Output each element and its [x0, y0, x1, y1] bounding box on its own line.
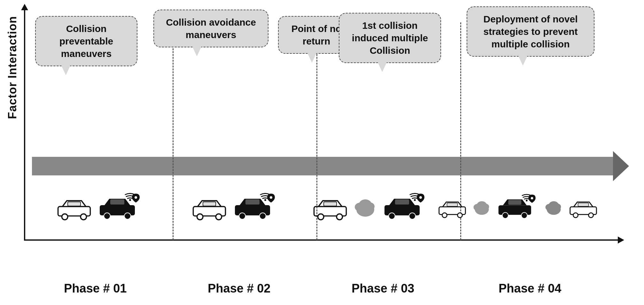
svg-point-32	[414, 199, 416, 201]
svg-point-41	[477, 201, 487, 209]
bubble-1st-collision: 1st collision induced multiple Collision	[339, 13, 441, 63]
smart-car-3	[383, 193, 428, 222]
svg-rect-23	[324, 202, 337, 206]
svg-point-31	[409, 213, 415, 219]
bubble-collision-avoidance: Collision avoidance maneuvers	[153, 10, 268, 47]
bubble-collision-preventable: Collision preventable maneuvers	[35, 16, 137, 66]
collision-cloud-3	[545, 197, 563, 219]
svg-rect-55	[578, 203, 588, 206]
svg-point-18	[264, 199, 266, 201]
svg-point-53	[573, 213, 578, 218]
svg-rect-15	[245, 199, 260, 205]
cars-phase-3	[303, 179, 438, 237]
car-regular-5	[569, 197, 598, 219]
smart-car-2	[233, 193, 278, 222]
phase-num-3: Phase # 03	[352, 282, 414, 295]
timeline-bar: Regular Driving Pre-Collision 1st Collis…	[32, 157, 614, 175]
svg-point-33	[419, 196, 422, 199]
phase-num-4: Phase # 04	[499, 282, 561, 295]
cars-phase-2	[167, 179, 302, 237]
smart-car-4	[497, 193, 539, 222]
cars-section	[32, 179, 598, 237]
svg-point-11	[197, 214, 203, 220]
svg-point-47	[531, 197, 533, 199]
svg-point-17	[260, 213, 266, 219]
svg-rect-5	[110, 199, 124, 205]
bubble-deployment: Deployment of novel strategies to preven…	[467, 6, 594, 57]
phase-num-1: Phase # 01	[64, 282, 127, 295]
svg-point-12	[216, 214, 221, 220]
phase-num-2: Phase # 02	[208, 282, 270, 295]
svg-point-7	[124, 213, 131, 219]
cars-phase-4	[438, 179, 598, 237]
car-regular-4	[438, 197, 467, 219]
smart-car-1	[98, 193, 143, 222]
svg-rect-13	[203, 202, 216, 206]
svg-point-8	[129, 199, 131, 201]
svg-rect-29	[395, 199, 409, 205]
svg-point-27	[359, 199, 372, 210]
svg-point-9	[135, 196, 137, 199]
cars-phase-1	[32, 179, 167, 237]
svg-point-19	[270, 196, 272, 199]
y-axis-label: Factor Interaction	[6, 16, 19, 119]
car-regular-2	[192, 195, 227, 221]
collision-cloud-2	[473, 197, 491, 219]
svg-point-54	[588, 213, 593, 218]
svg-point-36	[457, 213, 462, 218]
svg-point-1	[62, 214, 67, 220]
svg-rect-3	[67, 202, 80, 206]
svg-point-51	[549, 201, 559, 209]
svg-rect-43	[508, 200, 521, 205]
diagram-container: Factor Interaction Regular Driving Pre-C…	[0, 0, 644, 305]
svg-point-2	[81, 214, 86, 220]
collision-cloud-1	[354, 197, 376, 219]
car-regular-3	[313, 195, 348, 221]
y-axis	[24, 10, 25, 240]
x-axis	[24, 239, 618, 241]
svg-point-46	[526, 200, 528, 202]
svg-point-44	[502, 213, 508, 219]
svg-point-22	[337, 214, 342, 220]
car-regular-1	[57, 195, 92, 221]
svg-rect-37	[447, 203, 457, 206]
svg-point-21	[318, 214, 324, 220]
svg-point-16	[239, 213, 245, 219]
svg-point-6	[104, 213, 110, 219]
svg-point-45	[521, 213, 527, 219]
svg-point-35	[442, 213, 447, 218]
svg-point-30	[389, 213, 395, 219]
